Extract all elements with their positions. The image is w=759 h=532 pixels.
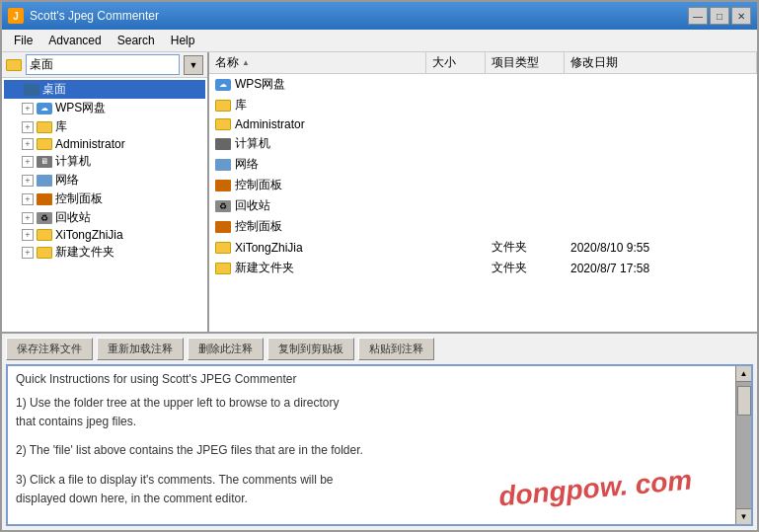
admin-folder-icon — [37, 138, 52, 150]
tree-item-recycle[interactable]: + ♻ 回收站 — [4, 208, 205, 227]
folder-tree[interactable]: 桌面 + ☁ WPS网盘 + 库 — [2, 78, 207, 332]
tree-label-control: 控制面板 — [55, 190, 103, 207]
btn-delete-comment[interactable]: 删除此注释 — [188, 338, 264, 360]
comment-title: Quick Instructions for using Scott's JPE… — [16, 372, 743, 386]
scroll-up-button[interactable]: ▲ — [736, 366, 751, 382]
header-date[interactable]: 修改日期 — [565, 52, 757, 73]
btn-paste-comment[interactable]: 粘贴到注释 — [358, 338, 434, 360]
cloud-icon: ☁ — [37, 103, 52, 114]
file-row-computer[interactable]: 计算机 — [209, 133, 757, 154]
menu-bar: File Advanced Search Help — [2, 30, 757, 52]
file-list-body[interactable]: ☁ WPS网盘 库 — [209, 74, 757, 332]
app-icon: J — [8, 8, 24, 24]
minimize-button[interactable]: — — [688, 7, 708, 25]
tree-label-xitong: XiTongZhiJia — [55, 228, 123, 242]
file-size-wps — [426, 84, 486, 86]
file-size-computer — [426, 143, 486, 145]
menu-search[interactable]: Search — [110, 32, 163, 49]
tree-expand-library[interactable]: + — [22, 121, 34, 133]
file-type-network — [486, 164, 565, 166]
file-date-recycle — [565, 205, 757, 207]
file-icon-library — [215, 100, 231, 112]
desktop-icon — [24, 84, 39, 96]
file-row-control1[interactable]: 控制面板 — [209, 175, 757, 195]
menu-file[interactable]: File — [6, 32, 40, 49]
tree-expand-newdir[interactable]: + — [22, 247, 34, 259]
bottom-section: 保存注释文件 重新加载注释 删除此注释 复制到剪贴板 粘贴到注释 Quick I… — [2, 334, 757, 530]
file-icon-xitong — [215, 242, 231, 254]
menu-help[interactable]: Help — [163, 32, 203, 49]
tree-expand-computer[interactable]: + — [22, 156, 34, 168]
tree-item-wps[interactable]: + ☁ WPS网盘 — [4, 99, 205, 117]
file-icon-control1 — [215, 180, 231, 191]
title-bar-left: J Scott's Jpeg Commenter — [8, 8, 159, 24]
file-row-recycle[interactable]: ♻ 回收站 — [209, 195, 757, 216]
right-panel: 名称 ▲ 大小 项目类型 修改日期 — [209, 52, 757, 332]
scroll-track[interactable] — [736, 382, 751, 508]
file-row-newdir[interactable]: 新建文件夹 文件夹 2020/8/7 17:58 — [209, 258, 757, 278]
scroll-thumb[interactable] — [737, 386, 751, 416]
btn-save-comment[interactable]: 保存注释文件 — [6, 338, 93, 360]
file-row-xitong[interactable]: XiTongZhiJia 文件夹 2020/8/10 9:55 — [209, 237, 757, 258]
tree-label-library: 库 — [55, 118, 67, 135]
btn-reload-comment[interactable]: 重新加载注释 — [97, 338, 184, 360]
file-row-control2[interactable]: 控制面板 — [209, 216, 757, 237]
tree-expand-recycle[interactable]: + — [22, 212, 34, 224]
scrollbar[interactable]: ▲ ▼ — [735, 366, 751, 524]
header-size[interactable]: 大小 — [426, 52, 486, 73]
tree-item-newdir[interactable]: + 新建文件夹 — [4, 243, 205, 262]
tree-item-network[interactable]: + 网络 — [4, 171, 205, 190]
dropdown-arrow-button[interactable]: ▼ — [184, 55, 203, 75]
instruction-2: 2) The 'file' list above contains the JP… — [16, 441, 743, 460]
scroll-down-button[interactable]: ▼ — [736, 508, 751, 524]
tree-expand-desktop — [6, 82, 22, 98]
tree-item-desktop[interactable]: 桌面 — [4, 80, 205, 99]
header-name[interactable]: 名称 ▲ — [209, 52, 426, 73]
main-content: 桌面 ▼ 桌面 + ☁ WPS网盘 — [2, 52, 757, 530]
close-button[interactable]: ✕ — [731, 7, 751, 25]
tree-item-admin[interactable]: + Administrator — [4, 136, 205, 152]
file-name-xitong: XiTongZhiJia — [209, 240, 426, 256]
tree-expand-admin[interactable]: + — [22, 138, 34, 150]
tree-expand-control[interactable]: + — [22, 193, 34, 205]
tree-label-computer: 计算机 — [55, 153, 91, 170]
menu-advanced[interactable]: Advanced — [40, 32, 109, 49]
top-section: 桌面 ▼ 桌面 + ☁ WPS网盘 — [2, 52, 757, 334]
file-row-wps[interactable]: ☁ WPS网盘 — [209, 74, 757, 95]
file-date-control2 — [565, 226, 757, 228]
tree-expand-xitong[interactable]: + — [22, 229, 34, 241]
tree-item-library[interactable]: + 库 — [4, 117, 205, 136]
file-icon-admin — [215, 118, 231, 130]
file-date-network — [565, 164, 757, 166]
tree-expand-network[interactable]: + — [22, 175, 34, 187]
file-icon-network — [215, 159, 231, 171]
main-window: J Scott's Jpeg Commenter — □ ✕ File Adva… — [0, 0, 759, 532]
folder-dropdown: 桌面 ▼ — [2, 52, 207, 78]
file-name-control1: 控制面板 — [209, 176, 426, 194]
file-name-wps: ☁ WPS网盘 — [209, 75, 426, 94]
tree-item-control[interactable]: + 控制面板 — [4, 190, 205, 208]
file-name-network: 网络 — [209, 155, 426, 174]
file-name-control2: 控制面板 — [209, 217, 426, 236]
tree-expand-wps[interactable]: + — [22, 103, 34, 114]
file-list-header: 名称 ▲ 大小 项目类型 修改日期 — [209, 52, 757, 74]
file-row-network[interactable]: 网络 — [209, 154, 757, 175]
btn-copy-comment[interactable]: 复制到剪贴板 — [267, 338, 354, 360]
tree-item-xitong[interactable]: + XiTongZhiJia — [4, 227, 205, 243]
file-row-library[interactable]: 库 — [209, 95, 757, 115]
file-size-xitong — [426, 247, 486, 249]
file-size-admin — [426, 123, 486, 125]
tree-label-network: 网络 — [55, 172, 79, 189]
file-row-admin[interactable]: Administrator — [209, 115, 757, 133]
file-date-newdir: 2020/8/7 17:58 — [565, 261, 757, 276]
folder-dropdown-text[interactable]: 桌面 — [26, 54, 180, 75]
file-date-xitong: 2020/8/10 9:55 — [565, 240, 757, 256]
maximize-button[interactable]: □ — [710, 7, 729, 25]
file-icon-control2 — [215, 221, 231, 233]
dropdown-folder-icon — [6, 59, 22, 71]
header-type[interactable]: 项目类型 — [486, 52, 565, 73]
file-type-admin — [486, 123, 565, 125]
tree-item-computer[interactable]: + 🖥 计算机 — [4, 152, 205, 171]
file-type-control2 — [486, 226, 565, 228]
comment-area[interactable]: Quick Instructions for using Scott's JPE… — [6, 364, 753, 526]
